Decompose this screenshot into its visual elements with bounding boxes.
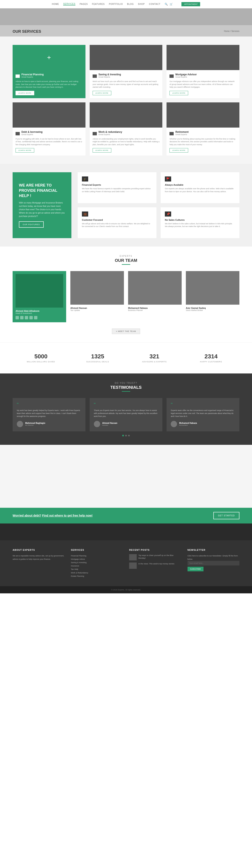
page-header: OUR SERVICES Home / Services [0, 25, 252, 36]
feature-title: Always Available [165, 184, 235, 186]
footer-post-item: Top ways to cheer yourself up on the Blu… [129, 554, 181, 560]
team-member-image [71, 271, 124, 305]
learn-more-button[interactable]: LEARN MORE [93, 148, 111, 153]
footer-about-text: We are a reputable money advice site, se… [12, 554, 65, 561]
footer-service-link[interactable]: Estate Planning [71, 575, 123, 578]
footer-service-link[interactable]: Saving & Investing [71, 561, 123, 564]
quote-icon: " [171, 402, 235, 407]
hero-banner [0, 8, 252, 25]
pagination-dot-3[interactable] [128, 435, 130, 436]
promo-features: 🎓 Financial Experts We have the most fam… [78, 172, 240, 238]
instagram-icon[interactable] [25, 316, 28, 319]
team-member-role: Tax Update [71, 309, 124, 311]
pagination-dot-1[interactable] [122, 435, 124, 436]
retirement-icon [169, 132, 174, 135]
learn-more-button[interactable]: LEARN MORE [169, 91, 188, 95]
stat-successful-deals: 1325 Successful Deals [69, 349, 126, 367]
footer-service-link[interactable]: Tax Help [71, 567, 123, 571]
meet-team-button[interactable]: » MEET THE TEAM [112, 329, 140, 334]
team-member-name: Ahmed Hassan [71, 307, 124, 309]
learn-more-button[interactable]: LEARN MORE [16, 91, 34, 95]
breadcrumb-home[interactable]: Home [224, 30, 230, 32]
stat-label: Million Dollars Saved [17, 361, 65, 363]
service-image [167, 102, 240, 128]
section-divider [122, 264, 130, 265]
cta-bold-text: Worried about debt? [12, 514, 41, 517]
nav-features[interactable]: Features [92, 3, 105, 5]
testimonial-card-1: " My work has been greatly helped by Exp… [12, 398, 85, 431]
footer-services: SERVICES Financial Planning Mortgage Adv… [71, 549, 123, 578]
facebook-icon[interactable] [16, 316, 19, 319]
promo-left: WE ARE HERE TO PROVIDE FINANCIAL HELP ! … [12, 172, 72, 238]
appointment-button[interactable]: Appointment [181, 2, 200, 6]
testimonial-author: Mahmoud Baghagio Art Director [17, 421, 81, 427]
testimonial-text: Thank you Experts team for your fast ser… [94, 409, 158, 418]
rss-icon[interactable] [34, 316, 37, 319]
quote-icon: " [94, 402, 158, 407]
service-subtitle: Great Experts [99, 133, 122, 135]
promo-button[interactable]: OUR FEATURES [19, 221, 44, 228]
newsletter-email-input[interactable] [188, 561, 240, 565]
team-member-name: Ahmed Abd-Alhaleem [16, 310, 63, 312]
post-title[interactable]: Top ways to cheer yourself up on the Blu… [138, 554, 181, 560]
footer-newsletter-desc: Click here to subscribe to our Newslette… [188, 554, 240, 561]
feature-customer-focused: 💼 Customer Focused We will go above and … [78, 207, 157, 238]
author-avatar [171, 421, 177, 427]
service-title: Mortgage Advisor [175, 73, 197, 76]
twitter-icon[interactable] [20, 316, 24, 319]
service-subtitle: Great Experts [21, 133, 43, 135]
nav-portfolio[interactable]: Portfolio [109, 3, 123, 5]
pagination-dot-2[interactable] [125, 435, 127, 436]
service-title: Saving & Investing [99, 73, 121, 76]
briefcase-icon: 💼 [82, 212, 88, 217]
team-section: Experts OUR TEAM Ahmed Abd-Alhaleem Head… [0, 247, 252, 342]
cta-button[interactable]: GET STARTED [213, 512, 240, 519]
author-name: Ahmed Hassan [102, 422, 117, 424]
footer-about-title: ABOUT EXPERTS [12, 549, 65, 551]
service-card-saving-investing: Saving & Investing Great Experts Work ou… [90, 45, 163, 98]
nav-services[interactable]: Services [63, 3, 75, 5]
footer-service-link[interactable]: Financial Planning [71, 554, 123, 557]
service-image [167, 45, 240, 70]
footer-service-link[interactable]: Mortgage Advice [71, 557, 123, 561]
stat-number: 2314 [187, 353, 235, 360]
service-description: Whether you're thinking about saving int… [169, 137, 236, 146]
search-icon[interactable]: 🔍 [165, 3, 168, 6]
team-member-role: Stock Market Broker [186, 309, 240, 311]
learn-more-button[interactable]: LEARN MORE [93, 91, 111, 95]
testimonials-label: Do you trust? [12, 382, 240, 384]
footer-service-link[interactable]: Work & Redundancy [71, 571, 123, 575]
footer-newsletter-title: NEWSLETTER [188, 549, 240, 551]
learn-more-button[interactable]: LEARN MORE [16, 148, 34, 153]
feature-title: Customer Focused [82, 219, 152, 221]
testimonials-grid: " My work has been greatly helped by Exp… [12, 398, 240, 431]
nav-home[interactable]: Home [52, 3, 59, 5]
footer-posts-title: RECENT POSTS [129, 549, 181, 551]
service-card-debt: Debt & borrowing Great Experts If you're… [12, 102, 85, 156]
feature-description: Our experts are always available over th… [165, 187, 235, 193]
team-grid: Ahmed Abd-Alhaleem Head of Investment Ah… [12, 271, 240, 322]
service-title: Debt & borrowing [21, 130, 43, 133]
mortgage-icon [169, 74, 174, 78]
team-member-image [128, 271, 181, 305]
nav-blog[interactable]: Blog [127, 3, 134, 5]
service-subtitle: Great Experts [99, 76, 121, 78]
linkedin-icon[interactable] [29, 316, 33, 319]
service-description: Advice on how to open a bank account, pl… [16, 80, 83, 89]
author-role: Art Director [25, 424, 45, 426]
team-title: OUR TEAM [12, 258, 240, 263]
nav-shop[interactable]: Shop [138, 3, 145, 5]
feature-title: Financial Experts [82, 184, 152, 186]
cart-icon[interactable]: 🛒 [170, 3, 173, 6]
feature-financial-experts: 🎓 Financial Experts We have the most fam… [78, 172, 157, 203]
newsletter-subscribe-button[interactable]: SUBSCRIBE [188, 567, 203, 571]
nav-pages[interactable]: Pages [80, 3, 88, 5]
feature-always-available: 🚩 Always Available Our experts are alway… [161, 172, 240, 203]
feature-no-sales: 📌 No Sales Cultures We don't believe in … [161, 207, 240, 238]
learn-more-button[interactable]: LEARN MORE [169, 148, 188, 153]
service-title: Retirement [175, 130, 189, 133]
post-title[interactable]: In the news: This week's top money stori… [138, 562, 174, 565]
service-description: Work out how much you can afford to save… [93, 80, 160, 89]
nav-contact[interactable]: Contact [149, 3, 161, 5]
footer-service-link[interactable]: Insurance [71, 564, 123, 567]
